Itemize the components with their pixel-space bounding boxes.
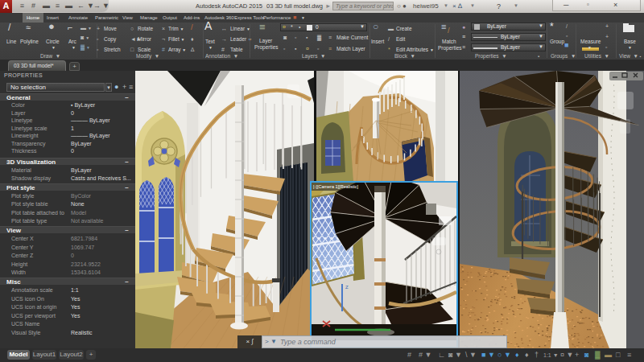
svg-text:Z: Z [345, 285, 349, 290]
svg-text:[-][Camera 1][Realistic]: [-][Camera 1][Realistic] [313, 184, 359, 189]
